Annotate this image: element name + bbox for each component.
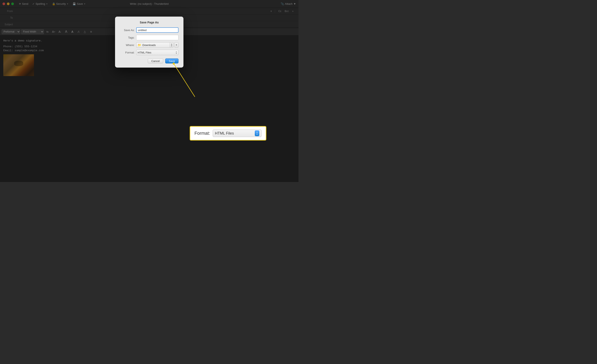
save-as-input[interactable] [136,27,179,33]
format-value: HTML Files [138,51,176,54]
chevron-up-icon: ▲ [171,43,173,45]
dialog-save-button[interactable]: Save [165,58,179,63]
tags-row: Tags: [120,35,179,40]
chevron-down-icon: ▼ [171,45,173,47]
dialog-title: Save Page As [120,21,179,24]
chevron-down-icon: ▼ [176,53,177,54]
chevron-up-icon: ▲ [176,51,177,52]
annotation-format-value: HTML Files [215,131,255,135]
annotation-box: Format: HTML Files ▲ ▼ [190,126,266,141]
annotation-format-select[interactable]: HTML Files ▲ ▼ [213,130,262,137]
tags-input[interactable] [136,35,179,40]
cancel-button[interactable]: Cancel [148,58,163,63]
save-as-label: Save As: [120,29,134,32]
annotation-stepper: ▲ ▼ [255,130,259,136]
save-as-row: Save As: [120,27,179,33]
dialog-overlay: Save Page As Save As: Tags: Where: 📁 Dow… [0,0,298,182]
folder-icon: 📁 [138,43,141,47]
format-label: Format: [120,51,134,54]
chevron-down-icon: ▼ [256,134,258,135]
where-label: Where: [120,44,134,47]
expand-button[interactable]: ▼ [174,42,179,48]
chevron-up-icon: ▲ [256,131,258,133]
where-stepper[interactable]: ▲ ▼ [170,42,173,48]
tags-label: Tags: [120,36,134,39]
annotation-format-label: Format: [195,131,210,136]
where-row: Where: 📁 Downloads ▲ ▼ ▼ [120,42,179,48]
save-page-as-dialog: Save Page As Save As: Tags: Where: 📁 Dow… [115,16,183,68]
format-stepper: ▲ ▼ [176,51,177,54]
annotation-container: Format: HTML Files ▲ ▼ [190,126,266,141]
format-select[interactable]: HTML Files ▲ ▼ [136,50,179,55]
where-value: Downloads [142,44,156,47]
format-row: Format: HTML Files ▲ ▼ [120,50,179,55]
where-select[interactable]: 📁 Downloads [136,42,170,48]
dialog-buttons: Cancel Save [120,58,179,63]
where-wrapper: 📁 Downloads ▲ ▼ ▼ [136,42,179,48]
